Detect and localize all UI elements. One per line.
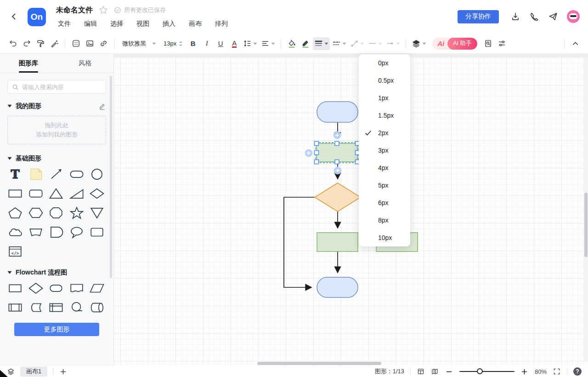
line-width-option-5px[interactable]: 5px <box>359 177 410 194</box>
connector-style-button[interactable] <box>349 37 366 50</box>
add-connector-top-button[interactable] <box>334 131 341 139</box>
my-shapes-header[interactable]: 我的图形 <box>7 102 106 110</box>
search-input[interactable] <box>22 84 96 91</box>
shape-diamond[interactable] <box>87 186 107 201</box>
app-logo[interactable]: On <box>28 8 46 26</box>
underline-button[interactable]: U <box>214 37 227 50</box>
zoom-percent[interactable]: 80% <box>535 368 547 375</box>
shape-right-triangle[interactable] <box>67 186 86 201</box>
collapse-toolbar-button[interactable] <box>569 37 582 50</box>
vertical-scrollbar[interactable] <box>584 193 588 257</box>
download-icon[interactable] <box>510 11 520 22</box>
shape-star[interactable] <box>67 205 86 221</box>
shape-triangle[interactable] <box>46 186 66 201</box>
shape-terminator[interactable] <box>46 280 66 296</box>
line-spacing-button[interactable] <box>242 37 259 50</box>
bold-button[interactable]: B <box>187 37 199 50</box>
line-width-option-4px[interactable]: 4px <box>359 159 410 177</box>
more-shapes-button[interactable]: 更多图形 <box>14 323 99 336</box>
my-shapes-dropzone[interactable]: 拖到此处 添加到我的图形 <box>7 116 106 144</box>
edit-pencil-icon[interactable] <box>98 102 106 110</box>
zoom-in-button[interactable] <box>520 367 529 376</box>
shape-internal-storage[interactable] <box>46 300 66 315</box>
decision-diamond-shape[interactable] <box>315 183 361 211</box>
line-width-option-6px[interactable]: 6px <box>359 194 410 211</box>
pages-layers-button[interactable] <box>6 367 15 376</box>
line-width-option-0px[interactable]: 0px <box>359 54 410 72</box>
sidebar-scrollbar[interactable] <box>110 76 112 278</box>
shape-document[interactable] <box>67 280 86 296</box>
phone-icon[interactable] <box>529 11 539 22</box>
add-canvas-button[interactable] <box>59 367 67 376</box>
line-width-option-2px[interactable]: 2px <box>359 124 410 142</box>
line-width-option-1.5px[interactable]: 1.5px <box>359 107 410 124</box>
insert-image-button[interactable] <box>83 37 96 50</box>
fill-color-button[interactable] <box>285 37 298 50</box>
shape-decision[interactable] <box>26 280 45 296</box>
italic-button[interactable]: I <box>200 37 213 50</box>
menu-insert[interactable]: 插入 <box>161 19 177 29</box>
flowchart-header[interactable]: Flowchart 流程图 <box>7 268 106 277</box>
line-color-button[interactable] <box>299 37 312 50</box>
menu-file[interactable]: 文件 <box>56 19 73 29</box>
canvas-tab[interactable]: 画布1 <box>20 366 47 377</box>
line-width-option-0.5px[interactable]: 0.5px <box>359 72 410 89</box>
undo-button[interactable] <box>6 37 19 50</box>
shape-circle[interactable] <box>87 166 107 182</box>
menu-arrange[interactable]: 排列 <box>213 19 230 29</box>
shape-stored-data[interactable] <box>26 300 45 315</box>
shape-pill[interactable] <box>67 166 86 182</box>
line-style-button[interactable] <box>331 37 348 50</box>
back-button[interactable] <box>9 11 19 22</box>
shape-style-button[interactable] <box>69 37 82 50</box>
process-left-shape[interactable] <box>317 233 358 251</box>
preferences-button[interactable] <box>496 37 509 50</box>
menu-edit[interactable]: 编辑 <box>82 19 99 29</box>
send-icon[interactable] <box>548 11 558 22</box>
add-connector-left-button[interactable] <box>305 149 313 157</box>
zoom-out-button[interactable] <box>445 367 453 376</box>
terminator-top-shape[interactable] <box>317 102 358 122</box>
line-width-option-10px[interactable]: 10px <box>359 229 410 246</box>
page-layout-button[interactable] <box>417 367 425 376</box>
ai-assistant-button[interactable]: Ai AI 助手 <box>432 38 477 50</box>
horizontal-scrollbar[interactable] <box>257 362 381 365</box>
shape-direct-data[interactable] <box>87 300 107 315</box>
shape-curved-trapezoid[interactable] <box>26 224 45 240</box>
format-painter-button[interactable] <box>34 37 47 50</box>
zoom-slider-knob[interactable] <box>477 368 483 374</box>
shape-sticky-note[interactable] <box>26 166 45 182</box>
layers-button[interactable] <box>410 37 428 50</box>
edge-loop-back[interactable] <box>284 197 315 287</box>
shape-cloud[interactable] <box>6 224 25 240</box>
shape-parallelogram[interactable] <box>87 280 107 296</box>
shape-octagon[interactable] <box>46 205 66 221</box>
document-title[interactable]: 未命名文件 <box>56 6 93 15</box>
insert-link-button[interactable] <box>97 37 110 50</box>
shape-speech-bubble[interactable] <box>67 224 86 240</box>
shape-inverted-triangle[interactable] <box>87 205 107 221</box>
share-collaborate-button[interactable]: 分享协作 <box>458 10 499 23</box>
tab-style[interactable]: 风格 <box>57 54 114 73</box>
line-width-option-8px[interactable]: 8px <box>359 211 410 229</box>
star-icon[interactable] <box>98 5 108 15</box>
terminator-bottom-shape[interactable] <box>317 277 358 297</box>
shape-search[interactable] <box>7 80 106 94</box>
line-width-option-1px[interactable]: 1px <box>359 89 410 107</box>
shape-code-block[interactable]: </> <box>6 244 25 259</box>
font-color-button[interactable]: A <box>228 37 241 50</box>
shape-rounded-rectangle[interactable] <box>26 186 45 201</box>
process-selected-shape[interactable] <box>317 143 357 162</box>
style-brush-button[interactable] <box>48 37 61 50</box>
shape-arrow-line[interactable] <box>46 166 66 182</box>
tab-shape-library[interactable]: 图形库 <box>0 54 57 73</box>
shape-rectangle[interactable] <box>6 186 25 201</box>
shape-process[interactable] <box>6 280 25 296</box>
line-type-button[interactable] <box>367 37 384 50</box>
menu-select[interactable]: 选择 <box>108 19 125 29</box>
line-width-option-3px[interactable]: 3px <box>359 142 410 159</box>
menu-view[interactable]: 视图 <box>135 19 151 29</box>
text-align-button[interactable] <box>260 37 277 50</box>
arrow-type-button[interactable] <box>384 37 401 50</box>
font-family-select[interactable]: 微软雅黑 <box>119 37 160 50</box>
